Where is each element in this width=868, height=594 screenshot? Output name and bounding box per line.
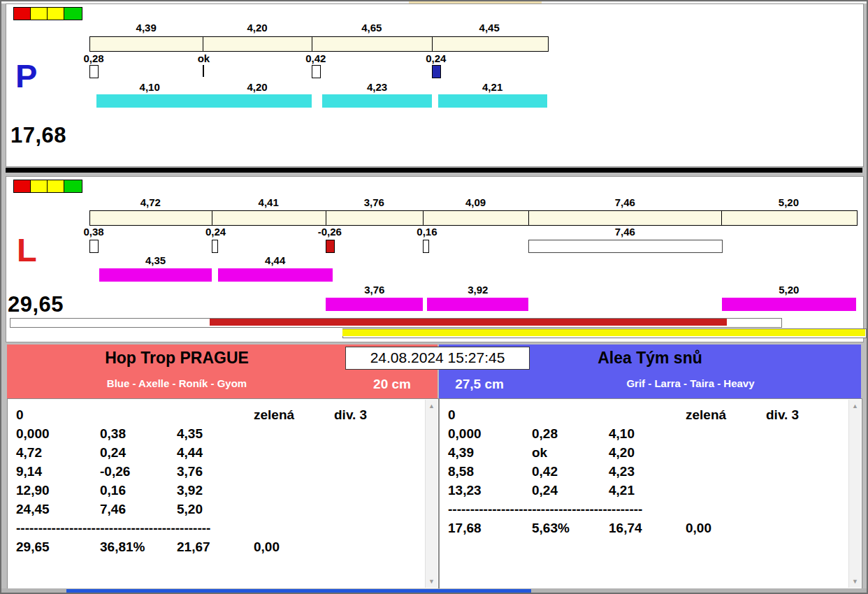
result-cell: 0,38 [100,425,177,443]
result-cell: ok [532,444,609,462]
scroll-up-icon[interactable]: ▲ [849,400,861,412]
result-cell [334,463,421,481]
result-cell: zelená [254,406,334,424]
result-cell: 16,74 [609,519,686,537]
result-cell [254,500,334,519]
result-cell: 12,90 [16,481,100,500]
result-cell: 8,58 [448,463,532,481]
result-cell: 4,21 [609,481,686,500]
result-cell: div. 3 [766,406,845,424]
result-cell: 0,000 [16,425,100,443]
result-cell: 0 [448,406,532,424]
jump-height-right: 27,5 cm [444,377,514,392]
taskbar-fragment [66,589,531,593]
result-cell: zelená [686,406,766,424]
result-cell [100,406,177,424]
result-cell [766,481,845,500]
result-cell [686,425,766,443]
result-cell [334,444,421,462]
result-cell: 13,23 [448,481,532,500]
result-cell: 0,16 [100,481,177,500]
datetime-display: 24.08.2024 15:27:45 [345,347,530,370]
separator-row: ----------------------------------------… [16,519,421,537]
result-cell [254,425,334,443]
result-cell [334,538,421,556]
result-cell [532,406,609,424]
lane-divider [6,168,862,173]
result-row: 0zelenádiv. 3 [16,406,421,424]
result-cell [254,481,334,500]
result-cell: 0,00 [254,538,334,556]
result-cell [766,463,845,481]
result-cell [686,481,766,500]
result-row: 12,900,163,92 [16,481,421,500]
team-members-left: Blue - Axelle - Roník - Gyom [7,377,347,389]
results-table-left: ▲ ▼ 0zelenádiv. 30,0000,384,354,720,244,… [7,398,439,589]
scroll-down-icon[interactable]: ▼ [426,576,437,587]
result-cell: 4,20 [609,444,686,462]
result-cell: 4,39 [448,444,532,462]
result-row: 4,39ok4,20 [448,444,845,462]
result-cell [686,444,766,462]
table-scrollbar[interactable]: ▲ ▼ [848,400,861,588]
result-row: 8,580,424,23 [448,463,845,481]
result-row: 24,457,465,20 [16,500,421,519]
result-cell [766,519,845,537]
result-cell: 4,44 [177,444,254,462]
result-cell: 4,35 [177,425,254,443]
separator-row: ----------------------------------------… [448,500,845,519]
result-row: 9,14-0,263,76 [16,463,421,481]
result-cell [609,406,686,424]
result-row: 17,685,63%16,740,00 [448,519,845,537]
scroll-up-icon[interactable]: ▲ [426,400,437,412]
result-cell: 5,20 [177,500,254,519]
result-cell: 4,72 [16,444,100,462]
result-cell: 0,42 [532,463,609,481]
jump-height-left: 20 cm [347,377,437,392]
result-cell: 7,46 [100,500,177,519]
result-cell: 0,00 [686,519,766,537]
result-cell [334,500,421,519]
result-cell: 9,14 [16,463,100,481]
result-cell: 0,28 [532,425,609,443]
result-row: 0,0000,284,10 [448,425,845,443]
result-cell: 17,68 [448,519,532,537]
result-cell: 24,45 [16,500,100,519]
team-members-right: Grif - Larra - Taira - Heavy [530,377,851,389]
result-cell [254,444,334,462]
result-cell: 0,24 [532,481,609,500]
result-cell [686,463,766,481]
result-row: 0zelenádiv. 3 [448,406,845,424]
result-cell [177,406,254,424]
result-cell: 4,23 [609,463,686,481]
result-cell: 5,63% [532,519,609,537]
result-cell [766,425,845,443]
result-cell [334,481,421,500]
result-cell: 36,81% [100,538,177,556]
result-cell: 4,10 [609,425,686,443]
result-cell: 3,92 [177,481,254,500]
result-cell: 21,67 [177,538,254,556]
lane-panel-left-l [6,176,864,342]
result-row: 13,230,244,21 [448,481,845,500]
scroll-down-icon[interactable]: ▼ [849,576,861,587]
team-name-left: Hop Trop PRAGUE [7,349,347,368]
result-cell [766,444,845,462]
result-cell: div. 3 [334,406,421,424]
result-cell: 0 [16,406,100,424]
lane-panel-right-p [6,3,864,167]
result-cell [334,425,421,443]
result-cell: 0,24 [100,444,177,462]
result-cell: -0,26 [100,463,177,481]
results-table-right: ▲ ▼ 0zelenádiv. 30,0000,284,104,39ok4,20… [439,398,862,589]
result-row: 4,720,244,44 [16,444,421,462]
result-cell [254,463,334,481]
result-cell: 0,000 [448,425,532,443]
result-row: 29,6536,81%21,670,00 [16,538,421,556]
result-cell: 29,65 [16,538,100,556]
result-cell: 3,76 [177,463,254,481]
table-scrollbar[interactable]: ▲ ▼ [425,400,437,588]
result-row: 0,0000,384,35 [16,425,421,443]
